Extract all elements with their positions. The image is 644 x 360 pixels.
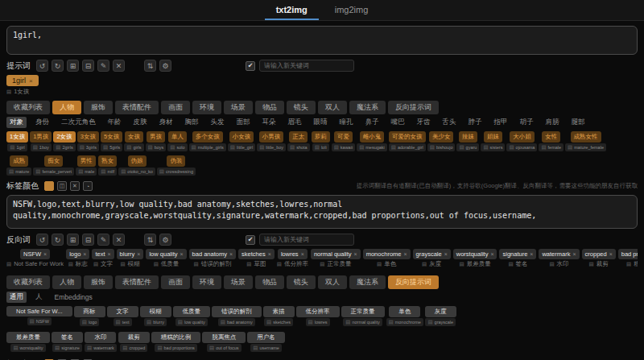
tag-button[interactable]: Not Safe For W... xyxy=(6,306,72,317)
subcategory-身材[interactable]: 身材 xyxy=(156,117,176,128)
tag-button[interactable]: 1男孩 xyxy=(30,131,52,143)
subcategory-人[interactable]: 人 xyxy=(32,292,46,303)
tag-button[interactable]: 男孩 xyxy=(147,131,165,143)
tag-button[interactable]: 辣妹 xyxy=(459,131,477,143)
tag-color-pattern-swatch[interactable]: ◫ xyxy=(57,181,67,191)
negative-keyword-chip[interactable]: low quality× xyxy=(146,249,186,259)
tag-button[interactable]: 可爱 xyxy=(334,131,353,143)
copy-icon[interactable]: ⊞ xyxy=(67,60,79,72)
tab-img2img[interactable]: img2img xyxy=(324,2,380,20)
category-tab-画面[interactable]: 画面 xyxy=(161,275,190,289)
subcategory-对象[interactable]: 对象 xyxy=(6,117,27,128)
tag-button[interactable]: 雌小鬼 xyxy=(360,131,385,143)
negative-keyword-chip[interactable]: watermark× xyxy=(539,249,579,259)
redo-icon[interactable]: ↻ xyxy=(52,234,64,246)
category-tab-收藏列表[interactable]: 收藏列表 xyxy=(6,101,50,114)
undo-icon[interactable]: ↺ xyxy=(36,60,48,72)
negative-keyword-chip[interactable]: NSFW× xyxy=(20,249,50,259)
tab-txt2img[interactable]: txt2img xyxy=(265,2,319,20)
tag-button[interactable]: 用户名 xyxy=(247,332,285,343)
negative-keyword-chip[interactable]: cropped× xyxy=(582,249,616,259)
tag-button[interactable]: 萝莉 xyxy=(312,131,330,143)
remove-icon[interactable]: × xyxy=(29,77,33,85)
undo-icon[interactable]: ↺ xyxy=(36,234,48,246)
tag-button[interactable]: 脱离焦点 xyxy=(202,332,246,343)
negative-keyword-chip[interactable]: monochrome× xyxy=(363,249,411,259)
subcategory-瞳孔[interactable]: 瞳孔 xyxy=(336,117,357,128)
tag-button[interactable]: 3女孩 xyxy=(77,131,99,143)
subcategory-眉毛[interactable]: 眉毛 xyxy=(285,117,305,128)
tag-color-orange-swatch[interactable] xyxy=(44,181,54,191)
paste-icon[interactable]: ⊟ xyxy=(82,234,94,246)
category-tab-环境[interactable]: 环境 xyxy=(192,275,221,289)
negative-keyword-chip[interactable]: text× xyxy=(92,249,114,259)
category-tab-双人[interactable]: 双人 xyxy=(318,101,347,114)
subcategory-胸部[interactable]: 胸部 xyxy=(182,117,202,128)
tag-color-clear-swatch[interactable]: ✕ xyxy=(70,181,80,191)
sort-icon[interactable]: ⇅ xyxy=(144,234,156,246)
category-tab-反向提示词[interactable]: 反向提示词 xyxy=(388,101,439,114)
keyword-checkbox[interactable]: ✔ xyxy=(246,61,255,71)
subcategory-舌头[interactable]: 舌头 xyxy=(440,117,460,128)
tag-button[interactable]: 5女孩 xyxy=(101,131,122,143)
category-tab-双人[interactable]: 双人 xyxy=(318,275,347,289)
tag-button[interactable]: 成熟 xyxy=(10,155,28,167)
negative-prompt-textarea[interactable]: NSFW,logo,text,blurry,low quality,bad an… xyxy=(6,195,638,229)
negative-keyword-chip[interactable]: worstquality× xyxy=(453,249,497,259)
subcategory-Embeddings[interactable]: Embeddings xyxy=(52,292,96,302)
category-tab-服饰[interactable]: 服饰 xyxy=(84,275,113,289)
tag-button[interactable]: 糟糕的比例 xyxy=(151,332,201,343)
settings-icon[interactable]: ⚙ xyxy=(159,60,171,72)
remove-icon[interactable]: × xyxy=(403,251,407,257)
subcategory-面部[interactable]: 面部 xyxy=(233,117,254,128)
tag-button[interactable]: 单人 xyxy=(168,131,187,143)
tag-button[interactable]: 大小姐 xyxy=(510,131,535,143)
prompt-textarea[interactable]: 1girl, xyxy=(6,26,638,55)
remove-icon[interactable]: × xyxy=(83,251,86,257)
tag-button[interactable]: 美少女 xyxy=(429,131,454,143)
tag-button[interactable]: 灰度 xyxy=(425,306,456,317)
subcategory-身份[interactable]: 身份 xyxy=(32,117,52,128)
subcategory-胡子[interactable]: 胡子 xyxy=(517,117,537,128)
negative-keyword-chip[interactable]: signature× xyxy=(499,249,536,259)
remove-icon[interactable]: × xyxy=(301,251,304,257)
tag-button[interactable]: 2女孩 xyxy=(53,131,75,143)
remove-icon[interactable]: × xyxy=(180,251,183,257)
subcategory-二次元角色[interactable]: 二次元角色 xyxy=(58,117,99,128)
remove-icon[interactable]: × xyxy=(444,251,448,257)
subcategory-通用[interactable]: 通用 xyxy=(6,292,27,303)
copy-icon[interactable]: ⊞ xyxy=(67,234,79,246)
tag-button[interactable]: 素描 xyxy=(263,306,295,317)
category-tab-表情配件[interactable]: 表情配件 xyxy=(115,275,159,289)
category-tab-物品[interactable]: 物品 xyxy=(255,275,284,289)
paste-icon[interactable]: ⊟ xyxy=(82,60,94,72)
negative-keyword-chip[interactable]: grayscale× xyxy=(413,249,451,259)
subcategory-头发[interactable]: 头发 xyxy=(208,117,228,128)
category-tab-表情配件[interactable]: 表情配件 xyxy=(115,101,159,114)
category-tab-场景[interactable]: 场景 xyxy=(224,275,253,289)
negative-new-keyword-input[interactable] xyxy=(259,234,354,246)
subcategory-年龄[interactable]: 年龄 xyxy=(105,117,125,128)
negative-keyword-chip[interactable]: normal quality× xyxy=(311,249,361,259)
negative-keyword-chip[interactable]: bad proportions× xyxy=(618,249,638,259)
category-tab-人物[interactable]: 人物 xyxy=(52,275,81,289)
negative-keyword-chip[interactable]: logo× xyxy=(66,249,89,259)
negative-keyword-checkbox[interactable]: ✔ xyxy=(246,235,255,245)
subcategory-眼睛[interactable]: 眼睛 xyxy=(311,117,331,128)
category-tab-魔法系[interactable]: 魔法系 xyxy=(349,101,386,114)
remove-icon[interactable]: × xyxy=(137,251,140,257)
tag-button[interactable]: 1女孩 xyxy=(6,131,28,143)
remove-icon[interactable]: × xyxy=(530,251,533,257)
settings-icon[interactable]: ⚙ xyxy=(159,234,171,246)
category-tab-服饰[interactable]: 服饰 xyxy=(84,101,113,114)
tag-button[interactable]: 姐妹 xyxy=(484,131,502,143)
tag-button[interactable]: 小女孩 xyxy=(229,131,254,143)
subcategory-牙齿[interactable]: 牙齿 xyxy=(414,117,434,128)
category-tab-魔法系[interactable]: 魔法系 xyxy=(349,275,386,289)
tag-button[interactable]: 成熟女性 xyxy=(571,131,601,143)
category-tab-镜头[interactable]: 镜头 xyxy=(287,275,316,289)
clear-icon[interactable]: ✕ xyxy=(113,234,125,246)
subcategory-脖子[interactable]: 脖子 xyxy=(465,117,485,128)
category-tab-镜头[interactable]: 镜头 xyxy=(287,101,316,114)
edit-icon[interactable]: ✎ xyxy=(97,60,109,72)
